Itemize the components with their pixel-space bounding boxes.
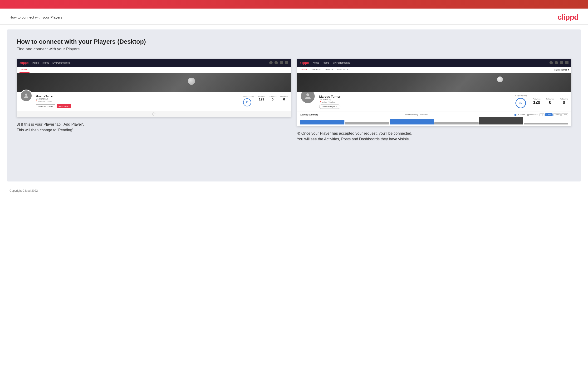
activity-legend: On course Off course	[515, 114, 537, 116]
page-title: How to connect with your Players	[9, 15, 62, 19]
time-filter-buttons: 1 yr 6 mths 3 mths 1 mth	[539, 113, 568, 116]
left-stat-followers: Followers 0	[269, 95, 277, 101]
chart-bar-3	[390, 119, 434, 125]
right-settings-icon	[560, 61, 563, 64]
right-tab-profile[interactable]: Profile	[299, 68, 309, 71]
main-heading: How to connect with your Players (Deskto…	[17, 38, 571, 45]
right-player-name: Marcus Turner	[319, 95, 512, 98]
search-icon	[269, 61, 273, 64]
chart-bar-5	[479, 117, 523, 125]
left-player-name: Marcus Turner	[36, 95, 240, 98]
right-tab-whatto[interactable]: What To On	[335, 68, 350, 71]
main-content: How to connect with your Players (Deskto…	[7, 29, 581, 182]
right-profile-stats: Player Quality 92 Activities 129 Followe…	[515, 94, 568, 108]
offcourse-legend-dot	[527, 114, 529, 116]
legend-dot-oncourse: On course	[515, 114, 525, 116]
main-subheading: Find and connect with your Players	[17, 47, 571, 51]
right-caption: 4) Once your Player has accepted your re…	[297, 131, 571, 142]
user-icon	[275, 61, 278, 64]
copyright-text: Copyright Clippd 2022	[9, 189, 38, 192]
right-player-location: 📍 United Kingdom	[319, 101, 512, 103]
right-stat-followers: Followers 0	[546, 98, 554, 105]
right-player-dropdown[interactable]: Marcus Turner ▼	[554, 69, 570, 71]
right-app-subnav: Profile Dashboard Activities What To On …	[297, 67, 571, 73]
right-nav-logo: clippd	[300, 61, 309, 65]
left-nav-home: Home	[32, 61, 39, 64]
right-profile-details: Marcus Turner 1-5 Handicap 📍 United King…	[319, 95, 512, 109]
activity-header: Activity Summary Monthly Activity - 6 Mo…	[300, 113, 568, 116]
right-search-icon	[549, 61, 553, 64]
left-profile-info: Marcus Turner 1-5 Handicap 📍 United King…	[36, 95, 240, 108]
right-app-mockup: clippd Home Teams My Performance	[297, 59, 571, 126]
time-btn-6mths[interactable]: 6 mths	[545, 113, 553, 116]
add-player-button[interactable]: Add Player +	[57, 104, 71, 108]
left-screenshot-col: clippd Home Teams My Performance	[17, 59, 291, 142]
activity-chart	[300, 117, 568, 125]
right-nav-home: Home	[312, 61, 319, 64]
right-quality-circle: 92	[515, 98, 526, 108]
left-profile-buttons: Request to Follow Add Player +	[36, 104, 240, 108]
activity-title: Activity Summary	[300, 114, 318, 116]
top-accent-bar	[0, 0, 588, 8]
left-profile-stats: Player Quality 92 Activities 129	[243, 95, 288, 106]
right-hero-image	[297, 73, 571, 92]
right-nav-icons	[549, 61, 569, 64]
left-stat-following: Following 0	[280, 95, 288, 101]
left-profile-section: Marcus Turner 1-5 Handicap 📍 United King…	[17, 92, 291, 111]
time-btn-1mth[interactable]: 1 mth	[561, 113, 568, 116]
left-app-mockup: clippd Home Teams My Performance	[17, 59, 291, 117]
left-stat-quality: Player Quality 92	[243, 95, 254, 106]
legend-dot-offcourse: Off course	[527, 114, 537, 116]
avatar-icon	[23, 92, 29, 99]
right-app-nav: clippd Home Teams My Performance	[297, 59, 571, 67]
right-stat-following: Following 0	[560, 98, 568, 105]
scroll-icon	[152, 112, 156, 117]
settings-icon	[280, 61, 283, 64]
right-player-handicap: 1-5 Handicap	[319, 98, 512, 101]
right-activity-summary: Activity Summary Monthly Activity - 6 Mo…	[297, 111, 571, 126]
left-player-handicap: 1-5 Handicap	[36, 98, 240, 100]
activity-controls: On course Off course 1 yr 6 mths 3	[515, 113, 568, 116]
left-hero-image	[17, 73, 291, 92]
page-footer: Copyright Clippd 2022	[0, 186, 588, 195]
chart-bar-2	[345, 122, 389, 125]
left-tab-profile[interactable]: Profile	[19, 67, 29, 73]
right-user-icon	[555, 61, 558, 64]
right-golf-ball-decoration	[497, 76, 503, 82]
time-btn-3mths[interactable]: 3 mths	[553, 113, 561, 116]
right-tab-dashboard[interactable]: Dashboard	[309, 68, 323, 71]
right-profile-section: Marcus Turner 1-5 Handicap 📍 United King…	[297, 92, 571, 111]
remove-close-icon: ✕	[336, 106, 338, 108]
chart-bar-4	[434, 122, 479, 125]
time-btn-1yr[interactable]: 1 yr	[539, 113, 545, 116]
left-player-location: 📍 United Kingdom	[36, 100, 240, 102]
screenshots-row: clippd Home Teams My Performance	[17, 59, 571, 142]
remove-player-button[interactable]: Remove Player ✕	[319, 105, 340, 109]
svg-point-1	[306, 93, 309, 96]
right-tab-activities[interactable]: Activities	[323, 68, 335, 71]
golf-ball-decoration	[188, 78, 195, 85]
right-nav-performance: My Performance	[333, 61, 350, 64]
right-stat-activities: Activities 129	[533, 98, 540, 105]
left-app-subnav: Profile	[17, 67, 291, 73]
left-nav-links: Home Teams My Performance	[32, 61, 266, 64]
left-avatar	[20, 90, 32, 102]
right-subnav-tabs: Profile Dashboard Activities What To On	[299, 68, 350, 71]
left-nav-icons	[269, 61, 288, 64]
svg-point-0	[25, 94, 27, 96]
left-quality-circle: 92	[243, 98, 251, 106]
clippd-logo: clippd	[558, 13, 579, 22]
left-nav-teams: Teams	[42, 61, 49, 64]
left-scroll-area	[17, 111, 291, 117]
chart-bar-1	[300, 120, 345, 125]
right-nav-teams: Teams	[322, 61, 329, 64]
page-header: How to connect with your Players clippd	[0, 8, 588, 25]
oncourse-legend-dot	[515, 114, 516, 116]
globe-icon	[285, 61, 288, 64]
right-nav-links: Home Teams My Performance	[312, 61, 546, 64]
right-screenshot-col: clippd Home Teams My Performance	[297, 59, 571, 142]
request-follow-button[interactable]: Request to Follow	[36, 104, 55, 108]
left-app-nav: clippd Home Teams My Performance	[17, 59, 291, 67]
right-avatar-icon	[303, 92, 312, 100]
left-nav-performance: My Performance	[52, 61, 70, 64]
